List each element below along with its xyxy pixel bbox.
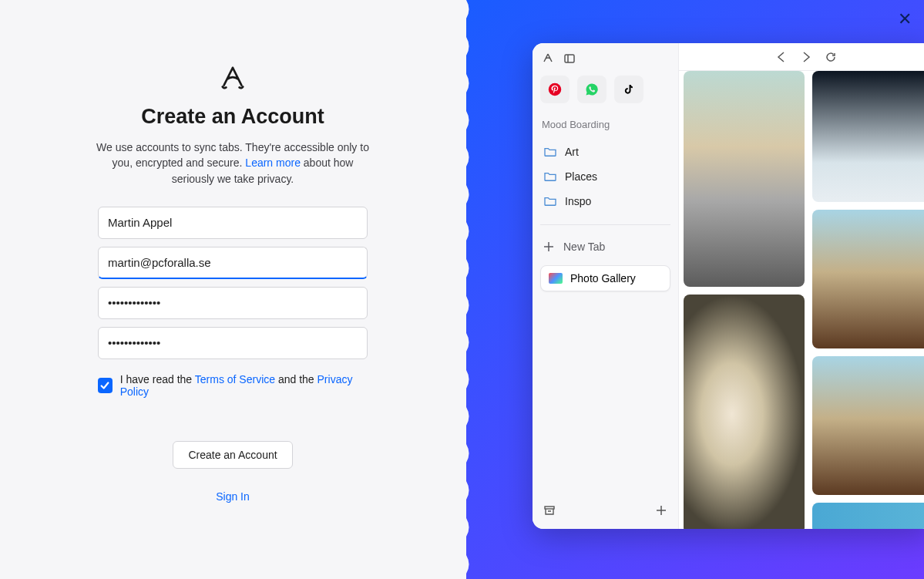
password-input[interactable] [98,287,368,319]
folder-art[interactable]: Art [540,140,670,164]
terms-checkbox[interactable] [98,378,113,393]
folder-label: Art [565,146,579,158]
folder-inspo[interactable]: Inspo [540,189,670,214]
archive-icon[interactable] [543,504,556,517]
sidebar-divider [540,224,670,225]
plus-icon[interactable] [655,504,667,517]
space-label: Mood Boarding [540,119,670,130]
whatsapp-pin[interactable] [577,76,606,103]
subtitle: We use accounts to sync tabs. They're ac… [94,140,371,187]
preview-content [679,43,924,529]
svg-rect-5 [545,507,554,509]
create-account-button[interactable]: Create an Account [173,441,293,469]
learn-more-link[interactable]: Learn more [245,157,301,169]
folder-places[interactable]: Places [540,164,670,189]
preview-toolbar [679,43,924,71]
tab-label: Photo Gallery [570,272,636,284]
new-tab-button[interactable]: New Tab [540,236,670,258]
gallery-image [812,503,924,529]
confirm-password-input[interactable] [98,327,368,359]
terms-row: I have read the Terms of Service and the… [98,373,368,398]
photo-gallery [679,71,924,529]
terms-text: I have read the Terms of Service and the… [120,373,368,398]
arc-mini-icon[interactable] [542,52,554,65]
signup-form: I have read the Terms of Service and the… [98,207,368,503]
back-icon[interactable] [775,51,788,63]
refresh-icon[interactable] [825,51,837,63]
pinned-row [540,76,670,103]
close-icon[interactable]: ✕ [898,9,912,29]
tiktok-pin[interactable] [614,76,643,103]
gallery-image [812,356,924,495]
tab-photo-gallery[interactable]: Photo Gallery [540,265,670,291]
sidebar-toggle-icon[interactable] [563,52,576,65]
svg-rect-0 [565,55,574,62]
browser-preview: Mood Boarding Art Places Inspo New Tab [533,43,924,529]
arc-logo-icon [218,65,247,91]
folder-label: Inspo [565,195,591,207]
gallery-image [684,71,805,287]
gallery-image [812,71,924,202]
scallop-divider-icon [461,0,472,579]
tos-link[interactable]: Terms of Service [195,373,275,385]
page-title: Create an Account [141,105,324,129]
preview-sidebar: Mood Boarding Art Places Inspo New Tab [533,43,679,529]
gallery-image [684,295,805,529]
preview-panel: ✕ [466,0,924,579]
email-input[interactable] [98,247,368,279]
folder-label: Places [565,170,597,183]
gallery-image [812,210,924,348]
pinterest-pin[interactable] [540,76,570,103]
name-input[interactable] [98,207,368,239]
sign-in-link[interactable]: Sign In [98,490,368,503]
new-tab-label: New Tab [563,241,605,253]
signup-panel: Create an Account We use accounts to syn… [0,0,466,579]
tab-favicon-icon [549,273,563,284]
forward-icon[interactable] [800,51,812,63]
